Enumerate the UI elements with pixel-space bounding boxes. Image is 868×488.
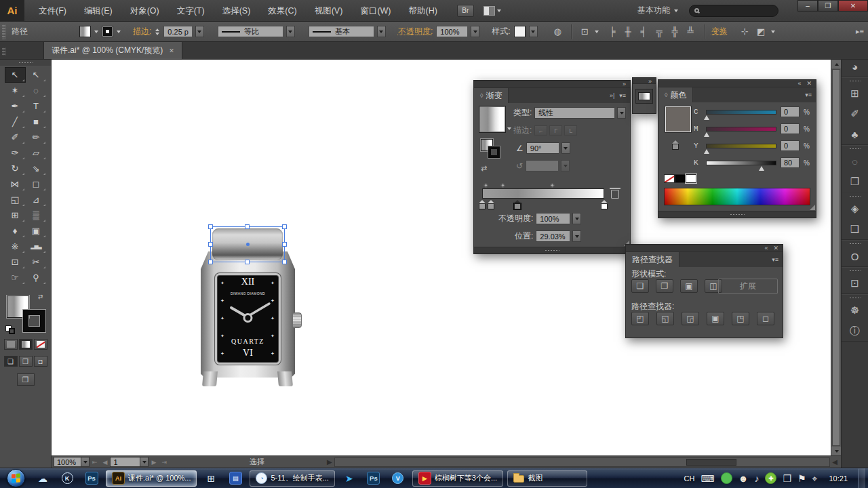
- pointer-device-icon[interactable]: ⌖: [812, 474, 818, 483]
- gradient-button[interactable]: [19, 339, 33, 350]
- previous-artboard-icon[interactable]: ◀: [103, 459, 108, 466]
- document-tab[interactable]: 课件.ai* @ 100% (CMYK/预览) ✕: [43, 41, 182, 59]
- qq-icon[interactable]: ☻: [738, 474, 749, 483]
- stop-opacity-dropdown[interactable]: [572, 213, 581, 224]
- photoshop-icon[interactable]: Ps: [81, 470, 102, 487]
- align-button-5[interactable]: ╩: [684, 26, 697, 37]
- zoom-tool[interactable]: ⚲: [26, 270, 47, 285]
- stroke-weight-dropdown[interactable]: [195, 26, 204, 37]
- search-box[interactable]: [689, 5, 778, 17]
- artboard-number-dropdown[interactable]: [140, 457, 149, 467]
- slider-track-c[interactable]: [706, 110, 776, 115]
- menu-item-5[interactable]: 效果(C): [259, 0, 305, 22]
- gradient-stop[interactable]: [479, 200, 486, 209]
- slider-value-m[interactable]: 0: [781, 123, 800, 134]
- collapse-panel-icon[interactable]: »: [648, 78, 652, 85]
- color-panel-footer[interactable]: [658, 211, 816, 218]
- shape-mode-button-1[interactable]: ❐: [656, 279, 673, 293]
- watch-lug-right[interactable]: [277, 371, 293, 386]
- watch-crown[interactable]: [292, 312, 302, 328]
- calculator-icon[interactable]: ⊞: [201, 470, 221, 487]
- brush-definition-dropdown[interactable]: [377, 26, 386, 37]
- task-video-player[interactable]: ◔5-11、绘制手表...: [250, 470, 334, 487]
- close-panel-icon[interactable]: ✕: [773, 245, 779, 252]
- default-stroke-icon[interactable]: [9, 328, 15, 334]
- gradient-preview-swatch[interactable]: [479, 106, 505, 132]
- paintbrush-tool[interactable]: ✐: [5, 129, 26, 145]
- language-indicator[interactable]: CH: [684, 474, 695, 483]
- opacity-dropdown[interactable]: [471, 26, 479, 37]
- opacity-link[interactable]: 不透明度:: [398, 26, 433, 37]
- panel-menu-icon[interactable]: ▾≡: [805, 92, 812, 98]
- selection-handle[interactable]: [208, 224, 213, 229]
- slider-thumb[interactable]: [704, 149, 709, 154]
- control-bar-grip[interactable]: [2, 24, 5, 39]
- dock-strip-header[interactable]: »: [633, 78, 656, 84]
- graphic-styles-panel-icon[interactable]: ❐: [842, 171, 868, 192]
- opentype-panel-icon[interactable]: O: [842, 246, 868, 266]
- none-swatch[interactable]: [664, 174, 675, 183]
- reverse-gradient-icon[interactable]: ⇄: [481, 164, 487, 173]
- minimize-button[interactable]: –: [797, 0, 818, 12]
- gradient-ramp[interactable]: [482, 188, 604, 199]
- pencil-tool[interactable]: ✏: [26, 129, 47, 145]
- menu-item-0[interactable]: 文件(F): [30, 0, 75, 22]
- pen-tool[interactable]: ✒: [5, 98, 26, 114]
- perspective-grid-tool[interactable]: ⊿: [26, 192, 47, 207]
- gradient-midpoint[interactable]: [500, 183, 505, 188]
- swap-fill-stroke-icon[interactable]: ⇄: [38, 293, 43, 300]
- panel-menu-icon[interactable]: ▾≡: [619, 92, 626, 99]
- vertical-scroll-thumb[interactable]: [832, 69, 840, 446]
- network-icon[interactable]: ❒: [783, 474, 791, 483]
- gradient-midpoint[interactable]: [550, 183, 555, 188]
- draw-mode-button-1[interactable]: ❐: [19, 356, 33, 367]
- menu-item-6[interactable]: 视图(V): [306, 0, 352, 22]
- free-transform-tool[interactable]: ◻: [26, 176, 47, 192]
- color-panel-header[interactable]: «✕: [658, 80, 816, 87]
- tab-color[interactable]: ◊颜色: [658, 87, 693, 102]
- slider-value-c[interactable]: 0: [781, 106, 800, 117]
- gradient-panel-footer[interactable]: [474, 247, 630, 253]
- navigator-panel-icon[interactable]: ☸: [842, 300, 868, 321]
- next-artboard-icon[interactable]: ▶: [151, 459, 156, 466]
- transform-panel-icon[interactable]: ⊡: [842, 273, 868, 293]
- stroke-weight-value[interactable]: 0.25 p: [163, 26, 192, 37]
- blob-brush-tool[interactable]: ✑: [5, 145, 26, 161]
- first-artboard-icon[interactable]: ⇤: [92, 459, 98, 466]
- symbol-sprayer-tool[interactable]: ※: [5, 239, 26, 254]
- document-setup-icon[interactable]: ◍: [551, 26, 564, 37]
- align-to-selection-icon[interactable]: ⊡: [578, 26, 591, 37]
- menu-item-2[interactable]: 对象(O): [121, 0, 168, 22]
- v-player-icon[interactable]: V: [388, 470, 408, 487]
- pathfinder-button-4[interactable]: ◳: [732, 312, 749, 325]
- pathfinder-button-3[interactable]: ▣: [707, 312, 724, 325]
- menu-item-3[interactable]: 文字(T): [168, 0, 214, 22]
- dock-group-grip[interactable]: [842, 241, 868, 246]
- search-input[interactable]: [703, 7, 770, 15]
- thunder-icon[interactable]: ➤: [339, 470, 359, 487]
- menu-item-1[interactable]: 编辑(E): [75, 0, 121, 22]
- media-library-icon[interactable]: ▤: [225, 470, 245, 487]
- draw-mode-button-0[interactable]: ❏: [4, 356, 18, 367]
- slider-value-y[interactable]: 0: [781, 140, 800, 151]
- fill-color-swatch[interactable]: [79, 26, 91, 37]
- menu-item-7[interactable]: 窗口(W): [351, 0, 399, 22]
- dock-group-grip[interactable]: [842, 295, 868, 300]
- align-button-1[interactable]: ╫: [622, 26, 635, 37]
- align-button-0[interactable]: ╞: [606, 26, 619, 37]
- expand-tab-icon[interactable]: »|: [610, 92, 614, 99]
- slider-track-m[interactable]: [706, 127, 776, 131]
- tab-pathfinder[interactable]: 路径查找器: [626, 252, 679, 267]
- magic-wand-tool[interactable]: ✶: [5, 83, 26, 98]
- collapse-panel-icon[interactable]: «: [797, 80, 802, 87]
- draw-mode-button-2[interactable]: ◘: [34, 356, 47, 367]
- close-button[interactable]: ✕: [838, 0, 868, 12]
- selection-handle[interactable]: [282, 224, 287, 229]
- menu-item-4[interactable]: 选择(S): [214, 0, 260, 22]
- pathfinder-button-5[interactable]: ◻: [757, 312, 774, 325]
- watch-face[interactable]: XII DIWANG DIAMOND ✦✦✦✦✦✦✦✦✦✦ QUARTZ VI: [215, 273, 281, 365]
- last-artboard-icon[interactable]: ⇥: [161, 459, 167, 466]
- task-folder[interactable]: 截图: [507, 470, 587, 487]
- none-button[interactable]: [34, 339, 47, 350]
- gradient-stop[interactable]: [601, 200, 608, 209]
